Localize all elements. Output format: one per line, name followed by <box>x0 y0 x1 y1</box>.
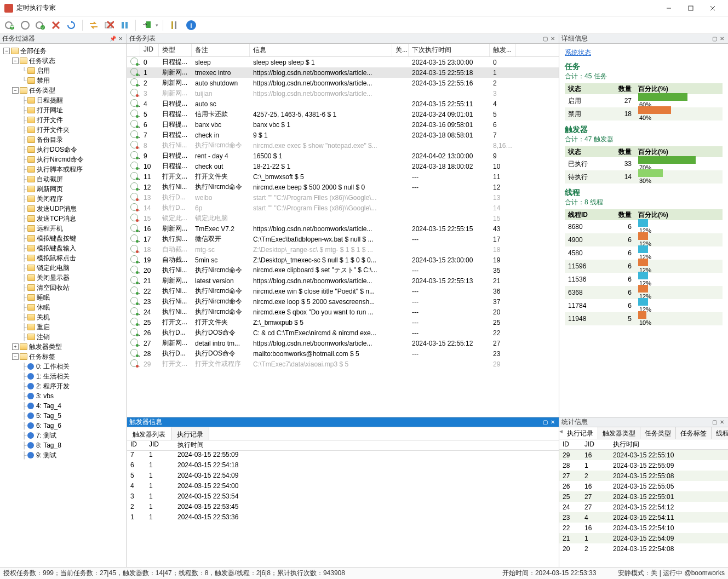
stats-grid[interactable]: IDJID执行时间 29162024-03-15 22:55:102812024… <box>559 439 728 567</box>
task-row[interactable]: 20执行Ni...执行Nircmd命令nircmd.exe clipboard … <box>127 265 559 276</box>
pin-icon[interactable]: ▢ <box>710 35 718 43</box>
tree-node[interactable]: ├休眠 <box>1 302 125 312</box>
tree-node[interactable]: ├自动截屏 <box>1 174 125 184</box>
close-icon[interactable]: ✕ <box>549 419 557 426</box>
task-row[interactable]: 13执行D...weibostart "" "C:\\Program Files… <box>127 192 559 203</box>
task-row[interactable]: 18自动截...mtg-scZ:\Desktop\_range-sc\ $ mt… <box>127 244 559 255</box>
task-row[interactable]: 14执行D...6pstart "" "C:\\Program Files (x… <box>127 203 559 213</box>
tree-node[interactable]: ├日程提醒 <box>1 95 125 105</box>
tree-node[interactable]: ├发送UDP消息 <box>1 204 125 214</box>
info-button[interactable]: i <box>185 19 197 31</box>
task-row[interactable]: 16刷新网...TmExec V7.2https://blog.csdn.net… <box>127 223 559 234</box>
trigger-row[interactable]: 712024-03-15 22:55:09 <box>127 451 559 461</box>
task-row[interactable]: 22执行Ni...执行Nircmd命令nircmd.exe win $ clos… <box>127 286 559 296</box>
col-rel[interactable]: 关... <box>392 44 409 56</box>
task-row[interactable]: 12执行Ni...执行Nircmd命令nircmd.exe beep $ 500… <box>127 182 559 192</box>
maximize-button[interactable] <box>680 1 702 16</box>
stats-tab[interactable]: 任务类型 <box>640 427 676 439</box>
tree-node[interactable]: ├模拟键盘按键 <box>1 233 125 243</box>
pin-icon[interactable]: ▢ <box>541 419 549 426</box>
task-row[interactable]: 9日程提...rent - day 416500 $ 12024-04-02 1… <box>127 151 559 161</box>
close-button[interactable] <box>702 1 724 16</box>
task-row[interactable]: 17执行脚...微信双开C:\TmExec\bat\dblopen-wx.bat… <box>127 234 559 244</box>
tree-node[interactable]: ├执行脚本或程序 <box>1 164 125 174</box>
col-trig[interactable]: 触发... <box>490 44 516 56</box>
task-row[interactable]: 6日程提...banx vbcbanx vbc $ 12024-03-16 09… <box>127 119 559 130</box>
tab-trigger-list[interactable]: 触发器列表 <box>127 427 171 440</box>
task-row[interactable]: 5日程提...信用卡还款4257-25, 1463-5, 4381-6 $ 12… <box>127 109 559 119</box>
tab-exec-log[interactable]: 执行记录 <box>171 427 209 440</box>
tree-node[interactable]: ├发送TCP消息 <box>1 214 125 223</box>
task-row[interactable]: 7日程提...check in9 $ 12024-03-18 08:58:017 <box>127 130 559 140</box>
tree-node[interactable]: ├7: 测试 <box>1 431 125 440</box>
swap-button[interactable] <box>87 19 100 32</box>
tree-node[interactable]: ├3: vbs <box>1 391 125 401</box>
stats-row[interactable]: 25272024-03-15 22:55:01 <box>559 491 728 502</box>
col-note[interactable]: 备注 <box>192 44 250 56</box>
tree-node[interactable]: ├清空回收站 <box>1 283 125 293</box>
stats-tab[interactable]: 线程 <box>712 427 728 439</box>
pin-icon[interactable]: ▢ <box>541 35 549 43</box>
tree-node[interactable]: ├0: 工作相关 <box>1 362 125 371</box>
tree-node[interactable]: ├8: Tag_8 <box>1 440 125 450</box>
add-task-button[interactable]: + <box>3 19 16 32</box>
tree-node[interactable]: ├刷新网页 <box>1 184 125 194</box>
trigger-row[interactable]: 412024-03-15 22:54:00 <box>127 482 559 492</box>
pause-button[interactable] <box>118 19 131 32</box>
tree-node[interactable]: +触发器类型 <box>1 342 125 352</box>
delete-button[interactable] <box>49 19 62 32</box>
stats-row[interactable]: 2812024-03-15 22:55:09 <box>559 460 728 471</box>
col-info[interactable]: 信息 <box>250 44 392 56</box>
task-row[interactable]: 11打开文...打开文件夹C:\_bmwxsoft $ 5---11 <box>127 171 559 182</box>
confirm-task-button[interactable] <box>34 19 47 32</box>
task-row[interactable]: 29打开文...打开文件或程序C:\TmExec7\data\xiaoai.mp… <box>127 359 559 369</box>
settings-button[interactable] <box>168 19 181 32</box>
tree-node[interactable]: ├9: 测试 <box>1 450 125 460</box>
task-row[interactable]: 21刷新网...latest versionhttps://blog.csdn.… <box>127 276 559 286</box>
tree-node[interactable]: ├睡眠 <box>1 293 125 302</box>
tree-node[interactable]: ├执行Nircmd命令 <box>1 154 125 164</box>
task-row[interactable]: 24执行Ni...执行Nircmd命令nircmd.exe $ qbox "Do… <box>127 307 559 317</box>
tree-node[interactable]: ├5: Tag_5 <box>1 411 125 421</box>
tree-node[interactable]: ├重启 <box>1 322 125 332</box>
trigger-row[interactable]: 212024-03-15 22:53:45 <box>127 503 559 513</box>
tree-node[interactable]: ├模拟键盘输入 <box>1 243 125 253</box>
stats-row[interactable]: 29162024-03-15 22:55:10 <box>559 450 728 460</box>
stats-row[interactable]: 22162024-03-15 22:54:10 <box>559 523 728 533</box>
edit-task-button[interactable] <box>19 19 32 32</box>
trigger-row[interactable]: 512024-03-15 22:54:09 <box>127 472 559 482</box>
task-row[interactable]: 1刷新网...tmexec introhttps://blog.csdn.net… <box>127 67 559 78</box>
close-icon[interactable]: ✕ <box>718 419 726 426</box>
close-icon[interactable]: ✕ <box>117 35 124 43</box>
tree-node[interactable]: ├注销 <box>1 332 125 342</box>
task-row[interactable]: 15锁定此...锁定此电脑15 <box>127 213 559 223</box>
tree-node[interactable]: ├打开文件夹 <box>1 125 125 135</box>
tree-node[interactable]: ├执行DOS命令 <box>1 145 125 154</box>
tree-node[interactable]: −任务状态 <box>1 56 125 66</box>
task-row[interactable]: 10日程提...check out18-21-22 $ 12024-03-18 … <box>127 161 559 171</box>
task-row[interactable]: 23执行Ni...执行Nircmd命令nircmd.exe loop $ 5 2… <box>127 296 559 307</box>
task-row[interactable]: 26执行D...执行DOS命令C: & cd C:\TmExec\nircmd … <box>127 328 559 338</box>
tree-node[interactable]: ├关闭程序 <box>1 194 125 204</box>
close-icon[interactable]: ✕ <box>549 35 557 43</box>
stats-row[interactable]: 2722024-03-15 22:55:08 <box>559 471 728 481</box>
task-row[interactable]: 27刷新网...detail intro tm...https://blog.c… <box>127 338 559 348</box>
col-next[interactable]: 下次执行时间 <box>409 44 490 56</box>
tree-node[interactable]: ├关闭显示器 <box>1 273 125 283</box>
stats-row[interactable]: 2342024-03-15 22:54:11 <box>559 512 728 523</box>
task-row[interactable]: 28执行D...执行DOS命令mailto:boomworks@hotmail.… <box>127 348 559 359</box>
stats-tab[interactable]: 触发器类型 <box>598 427 640 439</box>
system-status-link[interactable]: 系统状态 <box>565 49 591 56</box>
tree-node[interactable]: └启用 <box>1 66 125 76</box>
task-row[interactable]: 3刷新网...tuijianhttps://blog.csdn.net/boom… <box>127 88 559 99</box>
tree-node[interactable]: ├打开网址 <box>1 105 125 115</box>
close-icon[interactable]: ✕ <box>718 35 726 43</box>
tree-node[interactable]: ├关机 <box>1 312 125 322</box>
task-row[interactable]: 0日程提...sleepsleep sleep sleep $ 12024-03… <box>127 57 559 67</box>
tree-node[interactable]: ├打开文件 <box>1 115 125 125</box>
tree-node[interactable]: −任务类型 <box>1 85 125 95</box>
remove-button[interactable] <box>102 19 116 32</box>
task-row[interactable]: 4日程提...auto sc2024-03-15 22:55:114 <box>127 99 559 109</box>
tree-node[interactable]: ├锁定此电脑 <box>1 263 125 273</box>
trigger-row[interactable]: 312024-03-15 22:53:54 <box>127 492 559 503</box>
